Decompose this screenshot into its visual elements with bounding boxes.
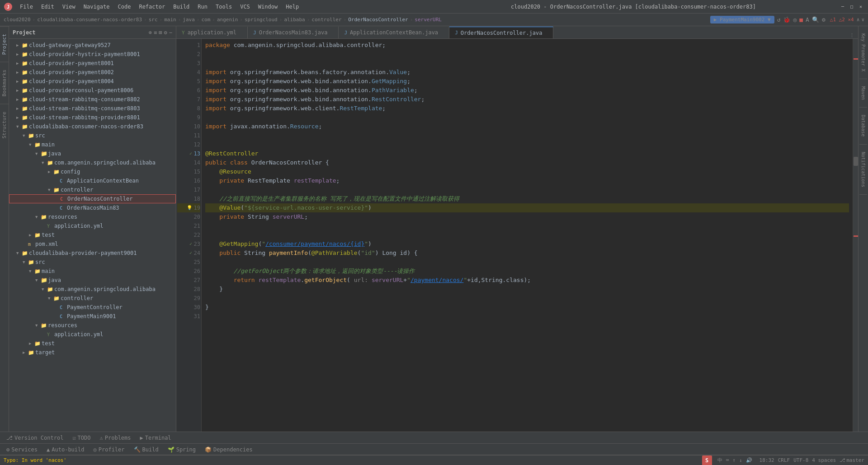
tree-item-controller2[interactable]: ▼ 📁 controller [9,294,176,303]
tab-appcontextbean[interactable]: J ApplicationContextBean.java ✕ [339,27,449,38]
stop-icon[interactable]: ■ [799,16,803,23]
breadcrumb-controller[interactable]: controller [311,17,341,23]
more-tabs-icon[interactable]: ⋮ [849,33,854,38]
tree-item-src1[interactable]: ▼ 📁 src [9,131,176,140]
tree-item-main2[interactable]: ▼ 📁 main [9,267,176,276]
tree-item-test1[interactable]: ▶ 📁 test [9,230,176,240]
tab-key-promoter[interactable]: Key Promoter X [859,26,867,79]
tab-ordernacos-controller[interactable]: J OrderNacosController.java ✕ [449,27,553,38]
menu-vcs[interactable]: VCS [236,2,254,12]
tree-item-nacos83[interactable]: ▼ 📁 cloudalibaba-consumer-nacos-order83 [9,122,176,131]
tab-maven[interactable]: Maven [859,79,867,108]
tree-item-resources1[interactable]: ▼ 📁 resources [9,212,176,221]
scroll-thumb[interactable] [854,157,858,166]
breadcrumb-alibaba[interactable]: alibaba [284,17,305,23]
tab-terminal[interactable]: ▶ Terminal [136,433,176,443]
tab-auto-build[interactable]: ▲ Auto-build [42,445,89,455]
breadcrumb-cloud2020[interactable]: cloud2020 [4,17,31,23]
tree-item-appyml2[interactable]: Y application.yml [9,330,176,339]
tree-item-pkg2[interactable]: ▼ 📁 com.angenin.springcloud.alibaba [9,285,176,294]
gear-icon[interactable]: ⚙ [164,29,167,36]
git-branch[interactable]: ⎇ master [840,457,864,463]
tree-item-gateway[interactable]: ▶ 📁 cloud-gateway-gateway9527 [9,41,176,50]
breadcrumb-java[interactable]: java [183,17,195,23]
tab-ordernacosm83[interactable]: J OrderNacosMain83.java ✕ [248,27,339,38]
tab-database[interactable]: Database [859,108,867,144]
expand-icon[interactable]: ∨ [861,17,864,23]
tree-item-main1[interactable]: ▼ 📁 main [9,140,176,149]
tree-item-rabbit8801[interactable]: ▶ 📁 cloud-stream-rabbitmq-provider8801 [9,113,176,122]
maximize-button[interactable]: □ [848,3,855,10]
tree-item-controller-folder[interactable]: ▼ 📁 controller [9,185,176,194]
menu-code[interactable]: Code [114,2,135,12]
tree-item-payment8001[interactable]: ▶ 📁 cloud-provider-payment8001 [9,59,176,68]
translate-icon[interactable]: A [806,16,809,23]
close-panel-icon[interactable]: − [169,29,172,36]
tree-item-rabbit8803[interactable]: ▶ 📁 cloud-stream-rabbitmq-consumer8803 [9,104,176,113]
tree-item-ordernacosm83[interactable]: C OrderNacosMain83 [9,203,176,212]
tab-applicationyml[interactable]: Y application.yml ✕ [176,27,248,38]
menu-refactor[interactable]: Refactor [135,2,169,12]
run-config-widget[interactable]: ▶ PaymentMain9002 ▼ [710,16,774,23]
tab-profiler[interactable]: ◎ Profiler [89,445,129,455]
tree-item-target[interactable]: ▶ 📁 target [9,348,176,357]
typo-warning[interactable]: Typo: In word 'nacos' [4,457,66,463]
tree-item-config[interactable]: ▶ 📁 config [9,167,176,176]
tab-notifications[interactable]: Notifications [859,145,867,195]
tree-item-java2[interactable]: ▼ 📁 java [9,276,176,285]
breadcrumb-angenin[interactable]: angenin [217,17,238,23]
line-ending[interactable]: CRLF [778,457,790,463]
tree-item-payment8002[interactable]: ▶ 📁 cloud-provider-payment8002 [9,68,176,77]
menu-view[interactable]: View [59,2,79,12]
menu-tools[interactable]: Tools [212,2,236,12]
tree-item-appyml1[interactable]: Y application.yml [9,221,176,230]
bug-icon[interactable]: 🐞 [783,16,790,23]
tab-todo[interactable]: ☑ TODO [68,433,95,443]
tab-project[interactable]: Project [0,26,9,62]
collapse-icon[interactable]: ∧ [857,17,860,23]
tree-item-src2[interactable]: ▼ 📁 src [9,258,176,267]
tab-version-control[interactable]: ⎇ Version Control [2,433,68,443]
tree-item-pkg1[interactable]: ▼ 📁 com.angenin.springcloud.alibaba [9,158,176,167]
expand-all-icon[interactable]: ≡ [154,29,157,36]
charset[interactable]: UTF-8 [793,457,808,463]
menu-file[interactable]: File [16,2,37,12]
menu-help[interactable]: Help [282,2,302,12]
tree-item-appcontextbean[interactable]: C ApplicationContextBean [9,176,176,185]
tree-item-resources2[interactable]: ▼ 📁 resources [9,321,176,330]
tree-item-java1[interactable]: ▼ 📁 java [9,149,176,158]
locate-icon[interactable]: ⊕ [149,29,152,36]
breadcrumb-module[interactable]: cloudalibaba-consumer-nacos-order83 [37,17,142,23]
tab-spring[interactable]: 🌱 Spring [163,445,200,455]
tab-dependencies[interactable]: 📦 Dependencies [200,445,257,455]
close-button[interactable]: ✕ [857,3,864,10]
tree-item-payment9001[interactable]: ▼ 📁 cloudalibaba-provider-payment9001 [9,249,176,258]
tab-services[interactable]: ⚙ Services [2,445,42,455]
menu-run[interactable]: Run [194,2,211,12]
tree-item-order-nacos-controller[interactable]: C OrderNacosController [9,194,176,203]
breadcrumb-main[interactable]: main [164,17,176,23]
tree-item-paymentmain9001[interactable]: C PaymentMain9001 [9,312,176,321]
tree-item-pomxml[interactable]: m pom.xml [9,240,176,249]
refresh-icon[interactable]: ↺ [777,16,781,23]
code-editor[interactable]: package com.angenin.springcloud.alibaba.… [202,39,853,432]
tree-item-payment8004[interactable]: ▶ 📁 cloud-provider-payment8004 [9,77,176,86]
tree-item-paymentctrl[interactable]: C PaymentController [9,303,176,312]
tree-item-test2[interactable]: ▶ 📁 test [9,339,176,348]
breadcrumb-com[interactable]: com [201,17,210,23]
menu-navigate[interactable]: Navigate [80,2,113,12]
tab-problems[interactable]: ⚠ Problems [95,433,136,443]
tab-structure[interactable]: Structure [0,104,9,146]
collapse-all-icon[interactable]: ⊞ [159,29,162,36]
tab-build[interactable]: 🔨 Build [129,445,163,455]
tree-item-consul[interactable]: ▶ 📁 cloud-providerconsul-payment8006 [9,86,176,95]
breadcrumb-field[interactable]: serverURL [415,17,442,23]
breadcrumb-src[interactable]: src [149,17,158,23]
settings-icon[interactable]: ⚙ [822,16,826,23]
tree-item-hystrix[interactable]: ▶ 📁 cloud-provider-hystrix-payment8001 [9,50,176,59]
coverage-icon[interactable]: ◎ [793,16,797,23]
menu-build[interactable]: Build [170,2,193,12]
indent[interactable]: 4 spaces [812,457,836,463]
tab-bookmarks[interactable]: Bookmarks [0,62,9,104]
menu-window[interactable]: Window [255,2,281,12]
